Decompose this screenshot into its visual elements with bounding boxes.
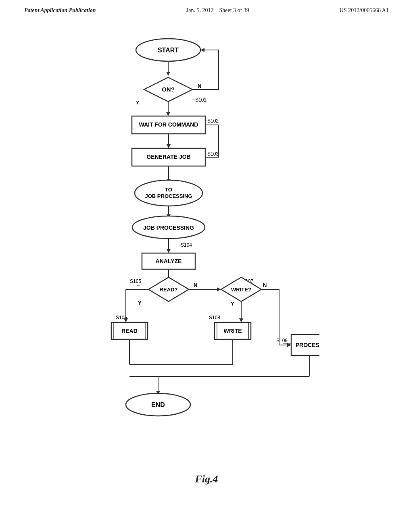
date-label: Jan. 5, 2012 Sheet 3 of 39: [186, 7, 249, 14]
start-label: START: [158, 47, 179, 54]
svg-marker-5: [200, 48, 204, 52]
diagram-area: START ON? S101 N Y WAIT FOR COMMAND S102…: [0, 22, 413, 497]
s103-label: S103: [207, 151, 219, 157]
write-q-label: WRITE?: [231, 287, 251, 293]
svg-marker-22: [167, 249, 171, 253]
s108-label: S108: [209, 315, 220, 320]
analyze-label: ANALYZE: [156, 258, 182, 264]
svg-text:JOB PROCESSING: JOB PROCESSING: [145, 193, 192, 199]
y1-label: Y: [136, 100, 140, 106]
wait-label: WAIT FOR COMMAND: [139, 121, 198, 128]
s102-label: S102: [207, 118, 219, 124]
publication-label: Patent Application Publication: [24, 7, 96, 14]
svg-marker-40: [239, 318, 243, 322]
s104-label: S104: [181, 242, 192, 248]
figure-label: Fig.4: [195, 473, 218, 485]
flowchart-svg: START ON? S101 N Y WAIT FOR COMMAND S102…: [94, 30, 319, 465]
svg-marker-2: [166, 72, 170, 76]
page-header: Patent Application Publication Jan. 5, 2…: [0, 0, 413, 18]
generate-label: GENERATE JOB: [146, 154, 190, 160]
s109-label: S109: [276, 338, 288, 343]
svg-marker-7: [166, 112, 170, 116]
end-label: END: [151, 401, 165, 408]
y3-label: Y: [231, 301, 234, 307]
y2-label: Y: [138, 300, 142, 306]
to-job-label: TO: [165, 187, 172, 193]
svg-marker-11: [167, 144, 171, 148]
s106-label: S106: [116, 315, 127, 320]
s101-label: S101: [195, 97, 206, 103]
process-label: PROCESS: [296, 342, 319, 348]
job-processing-label: JOB PROCESSING: [143, 224, 194, 231]
s105-label: S105: [130, 278, 141, 284]
read-q-label: READ?: [160, 287, 178, 293]
on-label: ON?: [162, 86, 175, 93]
n2-label: N: [194, 282, 197, 288]
write-label: WRITE: [223, 328, 242, 334]
patent-number: US 2012/0005668 A1: [340, 7, 389, 14]
read-label: READ: [121, 328, 138, 334]
n3-label: N: [263, 282, 267, 288]
n1-label: N: [198, 83, 201, 89]
